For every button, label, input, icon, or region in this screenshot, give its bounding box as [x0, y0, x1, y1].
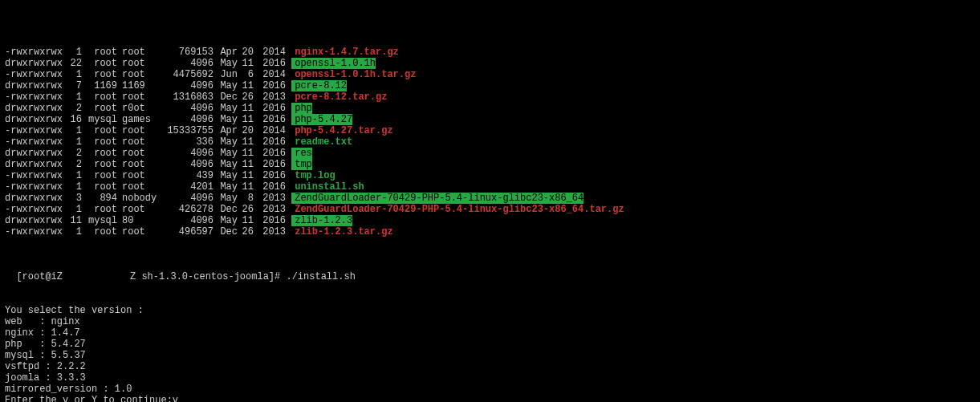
file-row: -rwxrwxrwx1rootroot15333755Apr202014 php…	[5, 125, 975, 136]
date-year: 2014	[254, 69, 286, 80]
file-row: drwxrwxrwx3894nobody4096May82013 ZendGua…	[5, 193, 975, 204]
output-line: vsftpd : 2.2.2	[5, 361, 975, 372]
owner: root	[82, 136, 117, 148]
filename: openssl-1.0.1h	[291, 58, 376, 69]
output-line: mysql : 5.5.37	[5, 350, 975, 361]
permissions: -rwxrwxrwx	[5, 226, 66, 238]
filename: pcre-8.12.tar.gz	[291, 91, 387, 103]
date-month: May	[213, 80, 238, 91]
link-count: 2	[66, 148, 82, 159]
group: r0ot	[117, 103, 157, 114]
date-year: 2016	[254, 159, 286, 170]
owner: mysql	[82, 114, 117, 125]
date-day: 20	[238, 125, 254, 136]
size: 4096	[157, 193, 213, 204]
date-year: 2013	[254, 193, 286, 204]
date-day: 11	[238, 136, 254, 148]
link-count: 2	[66, 159, 82, 170]
date-day: 11	[238, 170, 254, 181]
owner: root	[82, 226, 117, 238]
permissions: drwxrwxrwx	[5, 193, 66, 204]
file-row: -rwxrwxrwx1rootroot4475692Jun62014 opens…	[5, 69, 975, 80]
group: nobody	[117, 193, 157, 204]
link-count: 1	[66, 47, 82, 58]
group: root	[117, 58, 157, 69]
size: 496597	[157, 226, 213, 238]
size: 4096	[157, 103, 213, 114]
size: 4096	[157, 215, 213, 226]
size: 15333755	[157, 125, 213, 136]
typed-command[interactable]: ./install.sh	[286, 271, 355, 282]
link-count: 1	[66, 125, 82, 136]
link-count: 2	[66, 103, 82, 114]
file-row: drwxrwxrwx11mysql804096May112016 zlib-1.…	[5, 215, 975, 226]
date-day: 6	[238, 69, 254, 80]
date-month: May	[213, 181, 238, 193]
date-year: 2014	[254, 47, 286, 58]
size: 1316863	[157, 91, 213, 103]
file-row: -rwxrwxrwx1rootroot426278Dec262013 ZendG…	[5, 204, 975, 215]
file-row: -rwxrwxrwx1rootroot336May112016 readme.t…	[5, 136, 975, 148]
owner: root	[82, 181, 117, 193]
permissions: -rwxrwxrwx	[5, 125, 66, 136]
size: 4096	[157, 80, 213, 91]
script-output: You select the version :web : nginxnginx…	[5, 294, 975, 402]
owner: root	[82, 148, 117, 159]
filename: uninstall.sh	[291, 181, 364, 193]
owner: root	[82, 58, 117, 69]
date-year: 2016	[254, 114, 286, 125]
link-count: 1	[66, 136, 82, 148]
owner: root	[82, 159, 117, 170]
filename: zlib-1.2.3	[291, 215, 352, 226]
link-count: 1	[66, 226, 82, 238]
directory-listing: -rwxrwxrwx1rootroot769153Apr202014 nginx…	[5, 47, 975, 238]
date-day: 11	[238, 103, 254, 114]
owner: root	[82, 91, 117, 103]
date-year: 2016	[254, 148, 286, 159]
owner: root	[82, 47, 117, 58]
file-row: drwxrwxrwx7116911694096May112016 pcre-8.…	[5, 80, 975, 91]
size: 336	[157, 136, 213, 148]
filename: ZendGuardLoader-70429-PHP-5.4-linux-glib…	[291, 193, 584, 204]
link-count: 7	[66, 80, 82, 91]
date-year: 2016	[254, 170, 286, 181]
date-day: 11	[238, 114, 254, 125]
date-month: May	[213, 148, 238, 159]
permissions: drwxrwxrwx	[5, 114, 66, 125]
date-month: Apr	[213, 125, 238, 136]
output-line: Enter the y or Y to continue:y	[5, 395, 975, 402]
file-row: drwxrwxrwx2rootroot4096May112016 tmp	[5, 159, 975, 170]
prompt-right: Z sh-1.3.0-centos-joomla]#	[130, 271, 286, 282]
group: root	[117, 226, 157, 238]
permissions: drwxrwxrwx	[5, 80, 66, 91]
filename: php-5.4.27.tar.gz	[291, 125, 392, 136]
filename: zlib-1.2.3.tar.gz	[291, 226, 392, 238]
size: 426278	[157, 204, 213, 215]
shell-prompt-line[interactable]: [root@iZZ sh-1.3.0-centos-joomla]# ./ins…	[5, 260, 975, 271]
group: root	[117, 170, 157, 181]
owner: root	[82, 125, 117, 136]
filename: tmp	[291, 159, 312, 170]
date-year: 2013	[254, 91, 286, 103]
permissions: -rwxrwxrwx	[5, 181, 66, 193]
size: 4201	[157, 181, 213, 193]
filename: readme.txt	[291, 136, 352, 148]
link-count: 1	[66, 170, 82, 181]
output-line: mirrored_version : 1.0	[5, 384, 975, 395]
filename: nginx-1.4.7.tar.gz	[291, 47, 399, 58]
link-count: 1	[66, 91, 82, 103]
permissions: -rwxrwxrwx	[5, 91, 66, 103]
date-year: 2013	[254, 226, 286, 238]
date-year: 2013	[254, 204, 286, 215]
date-month: May	[213, 193, 238, 204]
file-row: drwxrwxrwx22rootroot4096May112016 openss…	[5, 58, 975, 69]
group: root	[117, 181, 157, 193]
group: root	[117, 125, 157, 136]
link-count: 22	[66, 58, 82, 69]
permissions: -rwxrwxrwx	[5, 204, 66, 215]
date-month: May	[213, 58, 238, 69]
date-day: 26	[238, 204, 254, 215]
group: root	[117, 159, 157, 170]
permissions: -rwxrwxrwx	[5, 47, 66, 58]
date-month: May	[213, 159, 238, 170]
